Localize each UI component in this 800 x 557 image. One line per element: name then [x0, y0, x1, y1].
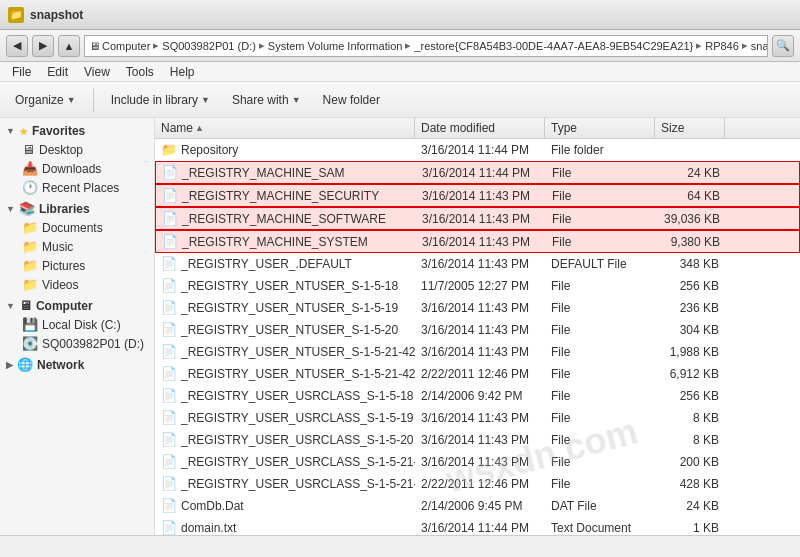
table-row[interactable]: 📄 _REGISTRY_USER_NTUSER_S-1-5-21-42640..…	[155, 341, 800, 363]
libraries-icon: 📚	[19, 201, 35, 216]
table-row[interactable]: 📄 _REGISTRY_USER_NTUSER_S-1-5-18 11/7/20…	[155, 275, 800, 297]
cell-date: 3/16/2014 11:43 PM	[415, 343, 545, 361]
cell-name: 📄 _REGISTRY_USER_NTUSER_S-1-5-19	[155, 298, 415, 317]
cell-date: 3/16/2014 11:43 PM	[415, 431, 545, 449]
sidebar: ▼ ★ Favorites 🖥 Desktop 📥 Downloads 🕐 Re…	[0, 118, 155, 535]
column-header-name[interactable]: Name ▲	[155, 118, 415, 138]
organize-button[interactable]: Organize ▼	[6, 89, 85, 111]
sidebar-item-music[interactable]: 📁 Music	[0, 237, 154, 256]
sidebar-item-pictures[interactable]: 📁 Pictures	[0, 256, 154, 275]
table-row[interactable]: 📄 _REGISTRY_USER_NTUSER_S-1-5-21-42640..…	[155, 363, 800, 385]
menu-tools[interactable]: Tools	[118, 64, 162, 80]
documents-label: Documents	[42, 221, 103, 235]
table-row[interactable]: 📄 ComDb.Dat 2/14/2006 9:45 PM DAT File 2…	[155, 495, 800, 517]
include-in-library-button[interactable]: Include in library ▼	[102, 89, 219, 111]
computer-icon: 🖥	[89, 40, 100, 52]
table-row[interactable]: 📄 _REGISTRY_USER_.DEFAULT 3/16/2014 11:4…	[155, 253, 800, 275]
network-expand-icon: ▶	[6, 360, 13, 370]
cell-date: 3/16/2014 11:43 PM	[416, 210, 546, 228]
cell-name: 📄 _REGISTRY_MACHINE_SYSTEM	[156, 232, 416, 251]
path-segment: 🖥 Computer▸ SQ003982P01 (D:)▸ System Vol…	[89, 39, 768, 52]
menu-edit[interactable]: Edit	[39, 64, 76, 80]
downloads-icon: 📥	[22, 161, 38, 176]
sidebar-libraries-header[interactable]: ▼ 📚 Libraries	[0, 199, 154, 218]
cell-size: 256 KB	[655, 387, 725, 405]
network-icon: 🌐	[17, 357, 33, 372]
cell-name: 📄 _REGISTRY_USER_USRCLASS_S-1-5-19	[155, 408, 415, 427]
file-name-text: _REGISTRY_USER_USRCLASS_S-1-5-20	[181, 433, 414, 447]
sidebar-item-downloads[interactable]: 📥 Downloads	[0, 159, 154, 178]
menu-help[interactable]: Help	[162, 64, 203, 80]
cell-type: File	[545, 321, 655, 339]
sidebar-item-documents[interactable]: 📁 Documents	[0, 218, 154, 237]
sq003982-icon: 💽	[22, 336, 38, 351]
up-button[interactable]: ▲	[58, 35, 80, 57]
toolbar: Organize ▼ Include in library ▼ Share wi…	[0, 82, 800, 118]
sidebar-computer-header[interactable]: ▼ 🖥 Computer	[0, 296, 154, 315]
forward-button[interactable]: ▶	[32, 35, 54, 57]
table-row[interactable]: 📄 _REGISTRY_USER_USRCLASS_S-1-5-21-426..…	[155, 451, 800, 473]
sidebar-item-recent-places[interactable]: 🕐 Recent Places	[0, 178, 154, 197]
file-name-text: _REGISTRY_USER_NTUSER_S-1-5-21-42640...	[181, 345, 415, 359]
table-row[interactable]: 📄 _REGISTRY_USER_NTUSER_S-1-5-20 3/16/20…	[155, 319, 800, 341]
table-row[interactable]: 📄 _REGISTRY_USER_USRCLASS_S-1-5-18 2/14/…	[155, 385, 800, 407]
cell-name: 📄 _REGISTRY_USER_USRCLASS_S-1-5-21-426..…	[155, 452, 415, 471]
music-icon: 📁	[22, 239, 38, 254]
cell-name: 📁 Repository	[155, 140, 415, 159]
name-sort-arrow: ▲	[195, 123, 204, 133]
column-header-date[interactable]: Date modified	[415, 118, 545, 138]
downloads-label: Downloads	[42, 162, 101, 176]
cell-type: File	[546, 210, 656, 228]
table-row[interactable]: 📄 _REGISTRY_USER_NTUSER_S-1-5-19 3/16/20…	[155, 297, 800, 319]
pictures-label: Pictures	[42, 259, 85, 273]
cell-name: 📄 ComDb.Dat	[155, 496, 415, 515]
table-row[interactable]: 📄 _REGISTRY_MACHINE_SAM 3/16/2014 11:44 …	[155, 161, 800, 184]
table-row[interactable]: 📄 _REGISTRY_USER_USRCLASS_S-1-5-19 3/16/…	[155, 407, 800, 429]
cell-name: 📄 _REGISTRY_USER_USRCLASS_S-1-5-21-426..…	[155, 474, 415, 493]
sidebar-favorites-header[interactable]: ▼ ★ Favorites	[0, 122, 154, 140]
table-row[interactable]: 📄 _REGISTRY_MACHINE_SOFTWARE 3/16/2014 1…	[155, 207, 800, 230]
column-header-type[interactable]: Type	[545, 118, 655, 138]
sidebar-network-header[interactable]: ▶ 🌐 Network	[0, 355, 154, 374]
window-icon: 📁	[8, 7, 24, 23]
file-icon: 📄	[161, 388, 177, 403]
share-with-button[interactable]: Share with ▼	[223, 89, 310, 111]
cell-date: 2/14/2006 9:42 PM	[415, 387, 545, 405]
sidebar-item-desktop[interactable]: 🖥 Desktop	[0, 140, 154, 159]
cell-type: File	[545, 409, 655, 427]
file-name-text: _REGISTRY_USER_.DEFAULT	[181, 257, 352, 271]
table-row[interactable]: 📄 _REGISTRY_MACHINE_SYSTEM 3/16/2014 11:…	[155, 230, 800, 253]
local-disk-c-icon: 💾	[22, 317, 38, 332]
table-row[interactable]: 📄 _REGISTRY_MACHINE_SECURITY 3/16/2014 1…	[155, 184, 800, 207]
pictures-icon: 📁	[22, 258, 38, 273]
table-row[interactable]: 📄 domain.txt 3/16/2014 11:44 PM Text Doc…	[155, 517, 800, 535]
new-folder-button[interactable]: New folder	[314, 89, 389, 111]
cell-size: 6,912 KB	[655, 365, 725, 383]
file-name-text: Repository	[181, 143, 238, 157]
menu-file[interactable]: File	[4, 64, 39, 80]
search-button[interactable]: 🔍	[772, 35, 794, 57]
file-name-text: ComDb.Dat	[181, 499, 244, 513]
cell-name: 📄 _REGISTRY_USER_NTUSER_S-1-5-18	[155, 276, 415, 295]
file-list: Name ▲ Date modified Type Size 📁 Reposit…	[155, 118, 800, 535]
file-icon: 📄	[161, 410, 177, 425]
menu-view[interactable]: View	[76, 64, 118, 80]
toolbar-separator	[93, 88, 94, 112]
cell-name: 📄 _REGISTRY_USER_NTUSER_S-1-5-21-42640..…	[155, 364, 415, 383]
file-name-text: _REGISTRY_MACHINE_SAM	[182, 166, 345, 180]
table-row[interactable]: 📁 Repository 3/16/2014 11:44 PM File fol…	[155, 139, 800, 161]
sidebar-section-libraries: ▼ 📚 Libraries 📁 Documents 📁 Music 📁 Pict…	[0, 199, 154, 294]
sidebar-item-sq003982[interactable]: 💽 SQ003982P01 (D:)	[0, 334, 154, 353]
table-row[interactable]: 📄 _REGISTRY_USER_USRCLASS_S-1-5-21-426..…	[155, 473, 800, 495]
file-icon: 📄	[162, 234, 178, 249]
back-button[interactable]: ◀	[6, 35, 28, 57]
sq003982-label: SQ003982P01 (D:)	[42, 337, 144, 351]
table-row[interactable]: 📄 _REGISTRY_USER_USRCLASS_S-1-5-20 3/16/…	[155, 429, 800, 451]
libraries-expand-icon: ▼	[6, 204, 15, 214]
favorites-label: Favorites	[32, 124, 85, 138]
address-path[interactable]: 🖥 Computer▸ SQ003982P01 (D:)▸ System Vol…	[84, 35, 768, 57]
sidebar-section-computer: ▼ 🖥 Computer 💾 Local Disk (C:) 💽 SQ00398…	[0, 296, 154, 353]
column-header-size[interactable]: Size	[655, 118, 725, 138]
sidebar-item-videos[interactable]: 📁 Videos	[0, 275, 154, 294]
sidebar-item-local-disk-c[interactable]: 💾 Local Disk (C:)	[0, 315, 154, 334]
